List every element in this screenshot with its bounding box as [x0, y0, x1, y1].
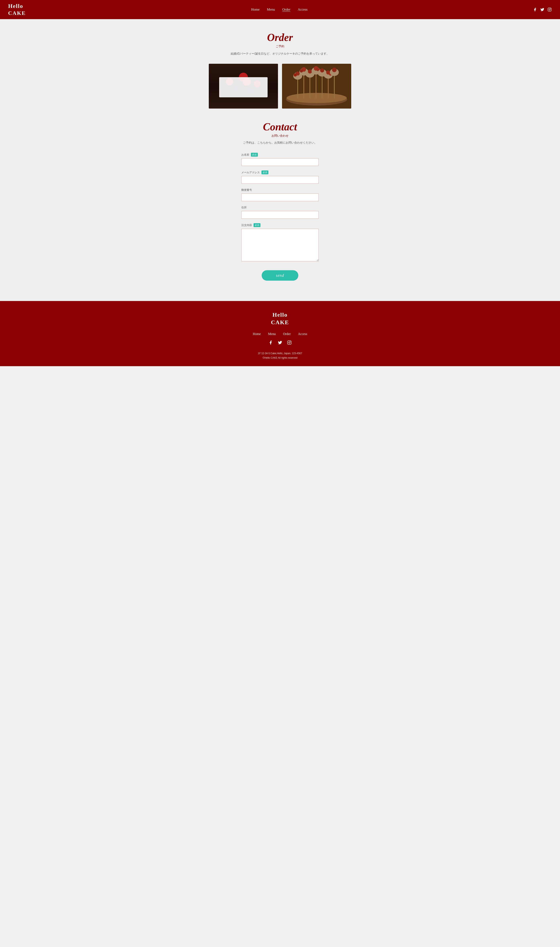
form-group-email: メールアドレス 必須: [242, 170, 318, 184]
svg-point-18: [242, 76, 248, 82]
svg-point-37: [293, 72, 302, 80]
name-input[interactable]: [242, 158, 318, 166]
send-button[interactable]: send: [262, 270, 298, 281]
contact-form: お名前 必須 メールアドレス 必須 郵便番号 住所: [237, 153, 323, 281]
svg-point-19: [248, 77, 253, 82]
svg-point-24: [240, 80, 243, 83]
svg-rect-51: [322, 73, 323, 99]
footer-instagram-icon[interactable]: [287, 340, 292, 345]
postal-label: 郵便番号: [242, 188, 318, 192]
contact-description: ご予約は、こちらから。お気軽にお問い合わせください。: [0, 141, 560, 145]
svg-point-2: [550, 8, 551, 9]
svg-point-6: [235, 64, 240, 69]
svg-rect-15: [221, 86, 266, 87]
site-footer: Hello CAKE Home Menu Order Access 1F 1: [0, 301, 560, 366]
svg-rect-62: [288, 341, 291, 344]
order-description: 結婚式/パーティー/誕生日など、オリジナルケーキのご予約を承っています。: [0, 52, 560, 56]
order-subtitle: ご予約: [0, 45, 560, 48]
svg-point-45: [305, 70, 314, 77]
svg-point-9: [271, 68, 275, 72]
svg-point-60: [332, 68, 337, 72]
svg-point-16: [230, 77, 237, 82]
order-content-textarea[interactable]: [242, 229, 318, 261]
svg-point-26: [230, 81, 232, 83]
email-required-badge: 必須: [262, 170, 268, 174]
svg-point-46: [308, 69, 312, 74]
instagram-icon[interactable]: [548, 7, 552, 12]
order-images: [0, 64, 560, 108]
svg-point-63: [289, 342, 290, 343]
svg-point-4: [212, 67, 218, 73]
svg-point-8: [259, 65, 265, 70]
svg-point-22: [243, 76, 246, 77]
cake-svg-1: [209, 64, 278, 108]
svg-point-10: [217, 76, 221, 80]
header-social-icons: [533, 7, 552, 12]
footer-nav-access[interactable]: Access: [298, 332, 307, 336]
svg-rect-44: [309, 74, 310, 99]
svg-point-31: [253, 79, 256, 82]
nav-menu[interactable]: Menu: [267, 8, 275, 12]
svg-point-43: [300, 69, 303, 72]
order-title: Order: [0, 31, 560, 43]
svg-rect-40: [303, 72, 304, 99]
svg-rect-36: [297, 76, 298, 99]
svg-point-52: [318, 69, 326, 77]
svg-rect-32: [221, 100, 266, 103]
svg-point-21: [237, 74, 240, 76]
contact-title: Contact: [0, 121, 560, 133]
svg-point-64: [290, 341, 291, 342]
svg-point-5: [223, 66, 227, 70]
order-content-required-badge: 必須: [254, 223, 260, 227]
cake-svg-2: [282, 64, 351, 108]
form-group-postal: 郵便番号: [242, 188, 318, 201]
svg-point-12: [273, 83, 275, 85]
svg-point-35: [286, 93, 347, 103]
send-button-wrapper: send: [242, 270, 318, 281]
footer-social-icons: [4, 340, 556, 345]
svg-rect-13: [221, 86, 266, 102]
svg-point-23: [235, 79, 238, 83]
contact-subtitle: お問い合わせ: [0, 134, 560, 138]
logo[interactable]: Hello CAKE: [8, 2, 26, 17]
address-input[interactable]: [242, 211, 318, 219]
footer-facebook-icon[interactable]: [268, 340, 273, 345]
contact-section: Contact お問い合わせ ご予約は、こちらから。お気軽にお問い合わせください…: [0, 121, 560, 145]
email-input[interactable]: [242, 176, 318, 184]
name-required-badge: 必須: [251, 153, 258, 157]
footer-nav-home[interactable]: Home: [253, 332, 261, 336]
main-nav: Home Menu Order Access: [251, 8, 308, 12]
footer-nav-menu[interactable]: Menu: [268, 332, 276, 336]
postal-input[interactable]: [242, 193, 318, 201]
footer-nav: Home Menu Order Access: [4, 332, 556, 336]
footer-logo: Hello CAKE: [4, 311, 556, 326]
svg-point-49: [314, 66, 318, 71]
svg-point-1: [549, 9, 551, 11]
email-label: メールアドレス 必須: [242, 170, 318, 174]
nav-order[interactable]: Order: [282, 8, 291, 12]
footer-nav-order[interactable]: Order: [283, 332, 291, 336]
svg-point-17: [235, 75, 243, 82]
svg-point-20: [232, 76, 235, 78]
svg-rect-33: [282, 64, 351, 108]
svg-point-59: [330, 69, 339, 76]
svg-point-42: [302, 67, 306, 72]
svg-point-41: [299, 68, 308, 76]
order-content-label: 注文内容 必須: [242, 223, 318, 227]
svg-rect-3: [209, 64, 278, 108]
footer-twitter-icon[interactable]: [277, 340, 283, 345]
nav-access[interactable]: Access: [298, 8, 308, 12]
form-group-name: お名前 必須: [242, 153, 318, 166]
svg-point-30: [251, 77, 255, 81]
svg-point-34: [286, 93, 347, 105]
footer-address: 1F 12-34-5 Cake,Hello, Japan, 123-4567 ©…: [4, 351, 556, 360]
svg-point-11: [267, 74, 271, 78]
svg-rect-47: [315, 71, 317, 99]
name-label: お名前 必須: [242, 153, 318, 157]
facebook-icon[interactable]: [533, 7, 537, 12]
svg-point-25: [246, 79, 249, 82]
twitter-icon[interactable]: [540, 7, 545, 12]
nav-home[interactable]: Home: [251, 8, 260, 12]
svg-rect-61: [282, 64, 351, 108]
svg-point-56: [326, 71, 330, 74]
